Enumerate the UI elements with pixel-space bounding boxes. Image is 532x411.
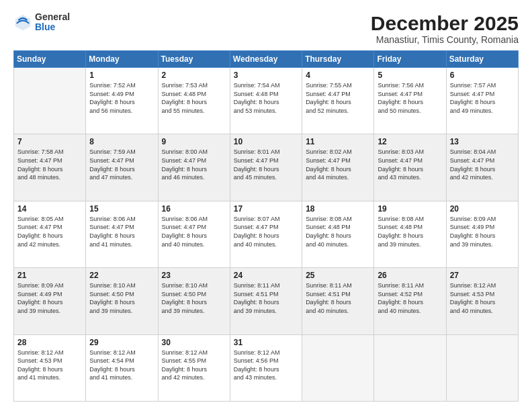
calendar-table: SundayMondayTuesdayWednesdayThursdayFrid… [13,50,519,402]
logo: General Blue [13,12,70,33]
day-number: 10 [234,137,298,146]
day-info: Sunrise: 8:07 AM Sunset: 4:47 PM Dayligh… [234,215,298,248]
day-info: Sunrise: 7:59 AM Sunset: 4:47 PM Dayligh… [89,148,154,181]
calendar-cell: 16Sunrise: 8:06 AM Sunset: 4:47 PM Dayli… [158,201,230,267]
day-number: 15 [89,204,154,214]
calendar-cell: 4Sunrise: 7:55 AM Sunset: 4:47 PM Daylig… [302,68,374,134]
day-number: 21 [17,271,82,280]
calendar-cell: 28Sunrise: 8:12 AM Sunset: 4:53 PM Dayli… [14,334,86,401]
calendar-cell: 10Sunrise: 8:01 AM Sunset: 4:47 PM Dayli… [230,134,302,201]
day-number: 12 [378,137,442,146]
calendar-week-5: 28Sunrise: 8:12 AM Sunset: 4:53 PM Dayli… [14,334,519,401]
day-number: 17 [234,204,298,214]
day-info: Sunrise: 8:02 AM Sunset: 4:47 PM Dayligh… [306,148,370,181]
page: General Blue December 2025 Manastiur, Ti… [0,0,532,411]
day-info: Sunrise: 8:09 AM Sunset: 4:49 PM Dayligh… [450,215,515,248]
day-number: 13 [450,137,515,146]
day-header-thursday: Thursday [302,51,374,68]
day-number: 3 [234,71,298,80]
calendar-cell: 15Sunrise: 8:06 AM Sunset: 4:47 PM Dayli… [86,201,158,267]
day-info: Sunrise: 7:52 AM Sunset: 4:49 PM Dayligh… [89,81,154,115]
day-info: Sunrise: 7:57 AM Sunset: 4:47 PM Dayligh… [450,81,515,115]
calendar-cell [302,334,374,401]
day-number: 6 [450,71,515,80]
day-number: 7 [17,137,82,146]
calendar-cell: 20Sunrise: 8:09 AM Sunset: 4:49 PM Dayli… [446,201,518,267]
day-info: Sunrise: 7:58 AM Sunset: 4:47 PM Dayligh… [17,148,82,181]
logo-text: General Blue [35,12,70,33]
day-info: Sunrise: 8:09 AM Sunset: 4:49 PM Dayligh… [17,281,82,315]
calendar-cell: 23Sunrise: 8:10 AM Sunset: 4:50 PM Dayli… [158,268,230,334]
calendar-cell: 9Sunrise: 8:00 AM Sunset: 4:47 PM Daylig… [158,134,230,201]
day-info: Sunrise: 7:55 AM Sunset: 4:47 PM Dayligh… [306,81,370,115]
day-number: 30 [162,338,226,347]
day-info: Sunrise: 8:00 AM Sunset: 4:47 PM Dayligh… [162,148,226,181]
calendar-cell: 1Sunrise: 7:52 AM Sunset: 4:49 PM Daylig… [86,68,158,134]
day-number: 22 [89,271,154,280]
day-info: Sunrise: 8:03 AM Sunset: 4:47 PM Dayligh… [378,148,442,181]
day-info: Sunrise: 8:05 AM Sunset: 4:47 PM Dayligh… [17,215,82,248]
day-info: Sunrise: 7:53 AM Sunset: 4:48 PM Dayligh… [162,81,226,115]
calendar-week-4: 21Sunrise: 8:09 AM Sunset: 4:49 PM Dayli… [14,268,519,334]
calendar-cell: 25Sunrise: 8:11 AM Sunset: 4:51 PM Dayli… [302,268,374,334]
day-info: Sunrise: 8:08 AM Sunset: 4:48 PM Dayligh… [378,215,442,248]
day-header-saturday: Saturday [446,51,518,68]
calendar-cell: 31Sunrise: 8:12 AM Sunset: 4:56 PM Dayli… [230,334,302,401]
calendar-cell: 30Sunrise: 8:12 AM Sunset: 4:55 PM Dayli… [158,334,230,401]
calendar-cell: 8Sunrise: 7:59 AM Sunset: 4:47 PM Daylig… [86,134,158,201]
calendar-week-1: 1Sunrise: 7:52 AM Sunset: 4:49 PM Daylig… [14,68,519,134]
day-number: 14 [17,204,82,214]
calendar-cell: 6Sunrise: 7:57 AM Sunset: 4:47 PM Daylig… [446,68,518,134]
day-info: Sunrise: 8:11 AM Sunset: 4:51 PM Dayligh… [306,281,370,315]
calendar-cell [374,334,446,401]
calendar-cell: 7Sunrise: 7:58 AM Sunset: 4:47 PM Daylig… [14,134,86,201]
calendar-cell: 27Sunrise: 8:12 AM Sunset: 4:53 PM Dayli… [446,268,518,334]
calendar-week-3: 14Sunrise: 8:05 AM Sunset: 4:47 PM Dayli… [14,201,519,267]
calendar-week-2: 7Sunrise: 7:58 AM Sunset: 4:47 PM Daylig… [14,134,519,201]
calendar-cell: 26Sunrise: 8:11 AM Sunset: 4:52 PM Dayli… [374,268,446,334]
day-header-friday: Friday [374,51,446,68]
day-info: Sunrise: 8:12 AM Sunset: 4:55 PM Dayligh… [162,349,226,382]
day-header-monday: Monday [86,51,158,68]
calendar-cell: 24Sunrise: 8:11 AM Sunset: 4:51 PM Dayli… [230,268,302,334]
day-number: 29 [89,338,154,347]
day-info: Sunrise: 8:12 AM Sunset: 4:53 PM Dayligh… [17,349,82,382]
day-number: 9 [162,137,226,146]
calendar-cell: 19Sunrise: 8:08 AM Sunset: 4:48 PM Dayli… [374,201,446,267]
calendar-cell: 3Sunrise: 7:54 AM Sunset: 4:48 PM Daylig… [230,68,302,134]
day-number: 19 [378,204,442,214]
day-info: Sunrise: 8:12 AM Sunset: 4:56 PM Dayligh… [234,349,298,382]
day-info: Sunrise: 8:11 AM Sunset: 4:52 PM Dayligh… [378,281,442,315]
calendar-cell: 14Sunrise: 8:05 AM Sunset: 4:47 PM Dayli… [14,201,86,267]
calendar-cell [14,68,86,134]
day-info: Sunrise: 8:06 AM Sunset: 4:47 PM Dayligh… [89,215,154,248]
day-number: 2 [162,71,226,80]
day-number: 5 [378,71,442,80]
page-title: December 2025 [371,12,519,34]
day-number: 24 [234,271,298,280]
day-info: Sunrise: 8:01 AM Sunset: 4:47 PM Dayligh… [234,148,298,181]
day-info: Sunrise: 8:06 AM Sunset: 4:47 PM Dayligh… [162,215,226,248]
calendar-cell: 12Sunrise: 8:03 AM Sunset: 4:47 PM Dayli… [374,134,446,201]
calendar-cell: 18Sunrise: 8:08 AM Sunset: 4:48 PM Dayli… [302,201,374,267]
day-header-wednesday: Wednesday [230,51,302,68]
day-number: 1 [89,71,154,80]
day-info: Sunrise: 7:56 AM Sunset: 4:47 PM Dayligh… [378,81,442,115]
day-number: 4 [306,71,370,80]
day-info: Sunrise: 8:10 AM Sunset: 4:50 PM Dayligh… [89,281,154,315]
title-block: December 2025 Manastiur, Timis County, R… [371,12,519,45]
calendar-cell: 2Sunrise: 7:53 AM Sunset: 4:48 PM Daylig… [158,68,230,134]
day-info: Sunrise: 8:11 AM Sunset: 4:51 PM Dayligh… [234,281,298,315]
calendar-cell: 13Sunrise: 8:04 AM Sunset: 4:47 PM Dayli… [446,134,518,201]
calendar-cell: 29Sunrise: 8:12 AM Sunset: 4:54 PM Dayli… [86,334,158,401]
day-info: Sunrise: 8:12 AM Sunset: 4:54 PM Dayligh… [89,349,154,382]
calendar-cell: 21Sunrise: 8:09 AM Sunset: 4:49 PM Dayli… [14,268,86,334]
day-header-tuesday: Tuesday [158,51,230,68]
calendar-cell: 17Sunrise: 8:07 AM Sunset: 4:47 PM Dayli… [230,201,302,267]
day-number: 25 [306,271,370,280]
day-info: Sunrise: 8:12 AM Sunset: 4:53 PM Dayligh… [450,281,515,315]
calendar-cell: 22Sunrise: 8:10 AM Sunset: 4:50 PM Dayli… [86,268,158,334]
day-info: Sunrise: 8:04 AM Sunset: 4:47 PM Dayligh… [450,148,515,181]
day-number: 18 [306,204,370,214]
day-number: 23 [162,271,226,280]
